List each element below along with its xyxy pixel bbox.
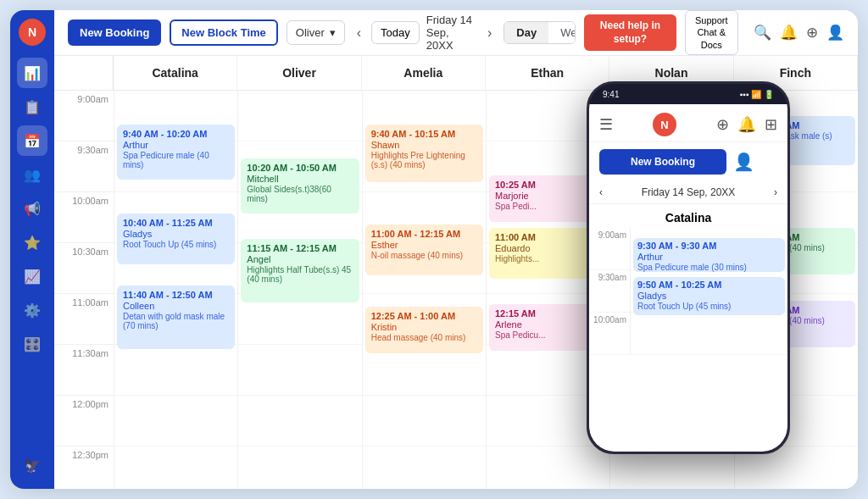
sidebar-item-list[interactable]: 📋 [17,91,47,122]
staff-col-catalina: 9:40 AM - 10:20 AM Arthur Spa Pedicure m… [114,91,237,489]
appt-catalina-3[interactable]: 11:40 AM - 12:50 AM Colleen Detan with g… [117,286,235,349]
appt-oliver-2[interactable]: 11:15 AM - 12:15 AM Angel Highlights Hal… [241,239,359,302]
sidebar-item-reports[interactable]: 📈 [17,261,47,291]
topbar: New Booking New Block Time Oliver ▾ ‹ To… [54,10,858,56]
staff-col-amelia: 9:40 AM - 10:15 AM Shawn Highlights Pre … [362,91,486,489]
user-icon[interactable]: 👤 [826,24,844,42]
date-nav: ‹ Today Friday 14 Sep, 20XX › [353,14,496,52]
time-slot-10am: 10:00am [54,192,114,243]
help-button[interactable]: Need help in setup? [584,14,676,51]
phone-topbar-icons: ⊕ 🔔 ⊞ [716,115,777,134]
staff-selector-value: Oliver [296,26,325,39]
day-view-button[interactable]: Day [504,22,548,43]
sidebar-item-marketing[interactable]: 📢 [17,193,47,224]
topbar-icons: 🔍 🔔 ⊕ 👤 [754,24,844,42]
staff-header-ethan: Ethan [486,56,609,90]
sidebar-item-reviews[interactable]: ⭐ [17,227,47,258]
phone-time-10am: 10:00am [589,313,630,355]
phone-screen: ☰ N ⊕ 🔔 ⊞ New Booking 👤 ‹ [589,104,787,452]
phone-appt-2[interactable]: 9:50 AM - 10:25 AM Gladys Root Touch Up … [633,277,785,315]
main-content: New Booking New Block Time Oliver ▾ ‹ To… [54,10,858,489]
staff-selector[interactable]: Oliver ▾ [287,20,345,45]
new-block-button[interactable]: New Block Time [170,19,277,46]
time-slot-1130am: 11:30am [54,345,114,396]
time-header [54,56,114,90]
appt-amelia-3[interactable]: 12:25 AM - 1:00 AM Kristin Head massage … [365,307,483,353]
sidebar-item-brand[interactable]: 🦅 [17,450,47,480]
staff-header-amelia: Amelia [362,56,486,90]
sidebar-item-team[interactable]: 👥 [17,159,47,190]
phone-date-nav: ‹ Friday 14 Sep, 20XX › [589,181,787,204]
phone-person-icon[interactable]: 👤 [733,152,754,172]
week-view-button[interactable]: Week [548,22,576,43]
current-date: Friday 14 Sep, 20XX [426,14,477,52]
phone-time-9am: 9:00am [589,228,630,270]
phone-logo: N [653,113,676,136]
phone-time: 9:41 [603,90,619,99]
time-slot-1030am: 10:30am [54,243,114,294]
appt-amelia-1[interactable]: 9:40 AM - 10:15 AM Shawn Highlights Pre … [365,125,483,182]
today-button[interactable]: Today [371,21,420,44]
time-slot-1230pm: 12:30pm [54,446,114,489]
staff-col-oliver: 10:20 AM - 10:50 AM Mitchell Global Side… [237,91,361,489]
phone-mockup: 9:41 ▪▪▪ 📶 🔋 ☰ N ⊕ 🔔 ⊞ New Booki [587,81,790,454]
time-slot-11am: 11:00am [54,294,114,345]
time-slot-12pm: 12:00pm [54,396,114,446]
appt-catalina-2[interactable]: 10:40 AM - 11:25 AM Gladys Root Touch Up… [117,213,235,264]
phone-next-date[interactable]: › [774,186,777,198]
support-line2: Chat & Docs [693,26,732,51]
phone-menu-icon[interactable]: ☰ [599,115,613,134]
appt-oliver-1[interactable]: 10:20 AM - 10:50 AM Mitchell Global Side… [241,158,359,213]
staff-header-catalina: Catalina [114,56,237,90]
chevron-down-icon: ▾ [330,26,336,39]
phone-actions: New Booking 👤 [589,142,787,181]
phone-time-col: 9:00am 9:30am 10:00am [589,228,630,355]
phone-time-930am: 9:30am [589,270,630,313]
appt-amelia-2[interactable]: 11:00 AM - 12:15 AM Esther N-oil massage… [365,225,483,275]
phone-status-icons: ▪▪▪ 📶 🔋 [740,90,774,99]
staff-header-oliver: Oliver [237,56,361,90]
phone-notch: 9:41 ▪▪▪ 📶 🔋 [589,84,787,104]
phone-empty-row-3 [631,313,787,355]
phone-calendar: 9:00am 9:30am 10:00am 9:30 AM - 9:30 AM … [589,228,787,355]
phone-prev-date[interactable]: ‹ [599,186,603,198]
phone-new-booking-button[interactable]: New Booking [599,149,726,175]
next-date-button[interactable]: › [484,22,495,44]
phone-topbar: ☰ N ⊕ 🔔 ⊞ [589,104,787,142]
phone-appt-1[interactable]: 9:30 AM - 9:30 AM Arthur Spa Pedicure ma… [633,238,785,272]
app-window: N 📊 📋 📅 👥 📢 ⭐ 📈 ⚙️ 🎛️ 🦅 New Booking New … [10,10,858,489]
phone-bell-icon[interactable]: 🔔 [737,115,756,134]
search-icon[interactable]: 🔍 [754,24,771,42]
plus-circle-icon[interactable]: ⊕ [806,24,818,42]
bell-icon[interactable]: 🔔 [780,24,798,42]
phone-section-title: Catalina [589,204,787,228]
time-slot-930am: 9:30am [54,141,114,192]
sidebar-item-settings[interactable]: ⚙️ [17,295,47,325]
support-button[interactable]: Support Chat & Docs [685,10,739,55]
time-slot-9am: 9:00am [54,91,114,141]
sidebar-item-controls[interactable]: 🎛️ [17,329,47,359]
sidebar-item-analytics[interactable]: 📊 [17,58,47,88]
time-column: 9:00am 9:30am 10:00am 10:30am 11:00am 11… [54,91,114,489]
prev-date-button[interactable]: ‹ [353,22,364,44]
app-logo[interactable]: N [19,19,46,46]
phone-appt-col: 9:30 AM - 9:30 AM Arthur Spa Pedicure ma… [630,228,787,355]
phone-add-icon[interactable]: ⊕ [716,115,729,134]
calendar-container: Catalina Oliver Amelia Ethan Nolan Finch… [54,56,858,489]
phone-date-display: Friday 14 Sep, 20XX [642,186,736,198]
view-toggle: Day Week [504,21,576,44]
phone-grid-icon[interactable]: ⊞ [765,115,777,134]
sidebar: N 📊 📋 📅 👥 📢 ⭐ 📈 ⚙️ 🎛️ 🦅 [10,10,54,489]
appt-catalina-1[interactable]: 9:40 AM - 10:20 AM Arthur Spa Pedicure m… [117,125,235,180]
sidebar-item-calendar[interactable]: 📅 [17,125,47,156]
new-booking-button[interactable]: New Booking [68,19,161,46]
support-line1: Support [693,14,732,26]
